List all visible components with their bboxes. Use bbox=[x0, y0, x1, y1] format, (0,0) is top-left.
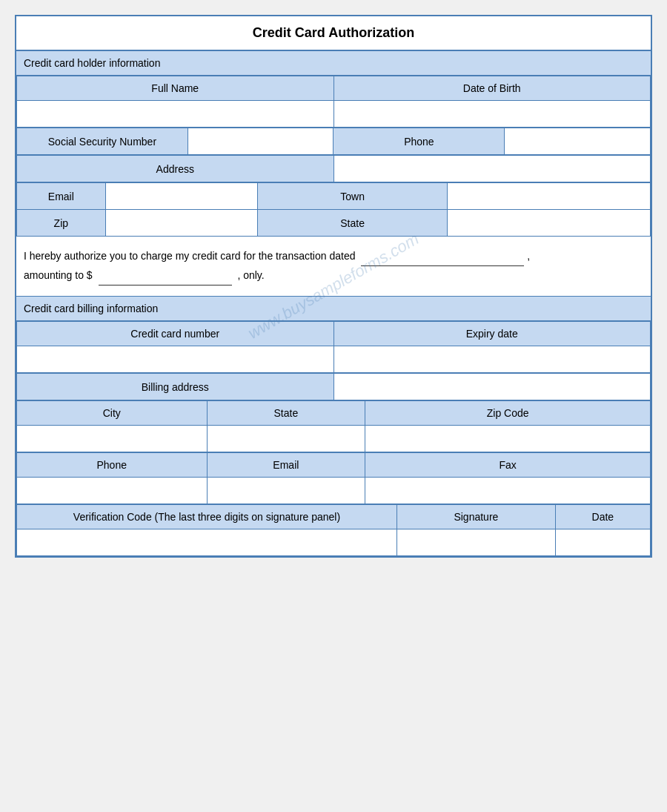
town-input[interactable] bbox=[448, 183, 651, 210]
dob-input[interactable] bbox=[334, 101, 651, 128]
billing-phone-label: Phone bbox=[17, 453, 208, 478]
cc-number-input[interactable] bbox=[17, 346, 334, 373]
ssn-input[interactable] bbox=[188, 128, 334, 155]
address-input[interactable] bbox=[334, 156, 651, 182]
billing-state-label: State bbox=[207, 401, 365, 426]
state-input[interactable] bbox=[448, 210, 651, 237]
zip-input[interactable] bbox=[105, 210, 257, 237]
state-label: State bbox=[257, 210, 448, 237]
verification-code-input[interactable] bbox=[17, 529, 397, 556]
billing-email-label: Email bbox=[207, 453, 365, 478]
billing-address-label: Billing address bbox=[17, 374, 334, 400]
dob-label: Date of Birth bbox=[334, 76, 651, 101]
billing-section-header: Credit card billing information bbox=[16, 297, 651, 321]
city-input[interactable] bbox=[17, 426, 208, 452]
billing-email-input[interactable] bbox=[207, 478, 365, 504]
expiry-date-input[interactable] bbox=[334, 346, 651, 373]
phone-input[interactable] bbox=[505, 128, 651, 155]
signature-input[interactable] bbox=[397, 529, 556, 556]
fax-label: Fax bbox=[365, 453, 651, 478]
address-label: Address bbox=[17, 156, 334, 182]
phone-label: Phone bbox=[334, 128, 505, 155]
full-name-label: Full Name bbox=[17, 76, 334, 101]
cc-number-label: Credit card number bbox=[17, 322, 334, 346]
full-name-input[interactable] bbox=[17, 101, 334, 128]
city-label: City bbox=[17, 401, 208, 426]
authorization-text: I hereby authorize you to charge my cred… bbox=[16, 237, 651, 297]
zip-label: Zip bbox=[17, 210, 106, 237]
billing-phone-input[interactable] bbox=[17, 478, 208, 504]
signature-label: Signature bbox=[397, 505, 556, 529]
email-label: Email bbox=[17, 183, 106, 210]
fax-input[interactable] bbox=[365, 478, 651, 504]
form-title: Credit Card Authorization bbox=[16, 16, 651, 51]
zip-code-label: Zip Code bbox=[365, 401, 651, 426]
date-input[interactable] bbox=[555, 529, 650, 556]
expiry-date-label: Expiry date bbox=[334, 322, 651, 346]
billing-state-input[interactable] bbox=[207, 426, 365, 452]
date-label: Date bbox=[555, 505, 650, 529]
billing-address-input[interactable] bbox=[334, 374, 651, 400]
ssn-label: Social Security Number bbox=[17, 128, 188, 155]
town-label: Town bbox=[257, 183, 448, 210]
holder-section-header: Credit card holder information bbox=[16, 51, 651, 76]
verification-code-label: Verification Code (The last three digits… bbox=[17, 505, 397, 529]
zip-code-input[interactable] bbox=[365, 426, 651, 452]
email-input[interactable] bbox=[105, 183, 257, 210]
